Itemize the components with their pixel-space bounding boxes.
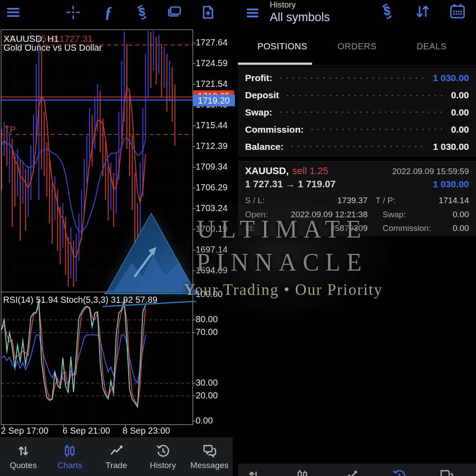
trade-line-icon [109,444,123,458]
time-tick-label: 8 Sep 23:00 [123,426,170,436]
open-value: 2022.09.09 12:21:38 [291,210,368,219]
summary-row: Deposit0.00 [245,87,469,104]
chart-pane: ƒ $ SELL 1.25 at 1727.31 XAUUSD, H1 Gold… [0,0,238,476]
chart-subtitle: Gold Ounce vs US Dollar [4,43,102,53]
history-clock-icon [392,469,406,476]
oscillator-tick-label: 20.00 [196,390,218,401]
summary-row: Balance:1 030.00 [245,138,469,155]
price-tick-label: 1709.34 [196,162,227,172]
indicator-title: RSI(14) 51.94 Stoch(5,3,3) 31.92 57.89 [3,295,157,305]
header-subtitle[interactable]: All symbols [270,11,330,24]
function-icon[interactable]: ƒ [99,3,118,22]
quotes-arrows-icon [16,444,30,458]
tab-positions[interactable]: POSITIONS [245,41,320,52]
commission-value: 0.00 [453,223,469,233]
position-card[interactable]: XAUUSD, sell 1.25 2022.09.09 15:59:59 1 … [238,162,476,236]
position-symbol: XAUUSD, [245,165,289,177]
chart-toolbar: ƒ $ [0,0,238,25]
nav-item-label: Charts [57,461,82,470]
time-tick-label: 2 Sep 17:00 [1,426,48,436]
price-tick-label: 1700.19 [196,224,227,234]
menu-icon[interactable] [4,3,23,22]
history-header: History All symbols $ [238,0,476,29]
summary-row: Profit:1 030.00 [245,70,469,87]
history-tabs: POSITIONSORDERSDEALS [238,35,476,66]
open-label: Open: [245,210,268,219]
nav-item-label: Trade [106,461,127,470]
dotted-leader [309,128,446,130]
section-divider [238,157,476,162]
oscillator-tick-label: 100.00 [196,289,223,299]
new-order-icon[interactable] [198,3,218,22]
dotted-leader [278,111,446,113]
nav-item-trade[interactable] [344,469,358,476]
summary-label: Balance: [245,141,284,152]
price-tick-label: 1697.14 [196,245,227,255]
nav-item-history[interactable] [392,469,406,476]
dotted-leader [289,145,428,148]
position-close-time: 2022.09.09 15:59:59 [392,167,469,176]
summary-value: 1 030.00 [433,73,469,83]
summary-label: Swap: [245,107,272,118]
nav-item-label: Quotes [10,461,37,470]
candles-icon [295,469,309,476]
history-clock-icon [156,444,170,458]
tp-label: T / P: [376,196,395,205]
summary-label: Commission: [245,124,304,135]
price-tick-label: 1721.54 [196,79,227,89]
messages-icon [202,444,216,458]
nav-item-quotes[interactable]: Quotes [1,444,45,470]
tab-deals[interactable]: DEALS [394,41,469,52]
metatrader-split-screenshot: ƒ $ SELL 1.25 at 1727.31 XAUUSD, H1 Gold… [0,0,476,476]
summary-row: Swap:0.00 [245,104,469,121]
oscillator-tick-label: 80.00 [196,314,218,324]
position-prices: 1 727.31 → 1 719.07 [245,178,336,190]
id-value: #5879309 [330,223,368,233]
trade-dollar-icon[interactable]: $ [378,3,396,20]
oscillator-tick-label: 0.00 [196,416,213,426]
nav-item-charts[interactable] [295,469,309,476]
account-summary: Profit:1 030.00Deposit0.00Swap:0.00Commi… [238,67,476,157]
summary-label: Deposit [245,90,279,100]
tp-line-label: TP [4,125,16,135]
bottom-nav-partial [238,464,476,476]
summary-value: 0.00 [451,90,469,100]
nav-item-quotes[interactable] [247,469,261,476]
nav-item-label: History [150,461,176,470]
price-tick-label: 1706.29 [196,182,227,193]
sl-label: S / L: [245,196,264,205]
price-tick-label: 1727.64 [196,37,227,48]
swap-label: Swap: [383,210,406,219]
sort-arrows-icon[interactable] [413,3,431,20]
nav-item-history[interactable]: History [141,444,185,470]
summary-value: 0.00 [451,107,469,118]
menu-icon[interactable] [245,5,260,20]
nav-item-messages[interactable] [439,469,454,476]
price-tick-label: 1724.59 [196,58,227,68]
price-tick-label: 1703.24 [196,203,227,213]
dotted-leader [284,94,446,97]
active-tab-underline [238,63,312,65]
nav-item-trade[interactable]: Trade [94,444,138,470]
position-profit: 1 030.00 [433,179,469,190]
id-label: Id: [245,223,254,233]
price-tick-label: 1712.39 [196,141,227,151]
tab-orders[interactable]: ORDERS [320,41,394,52]
quotes-arrows-icon [247,469,261,476]
calendar-icon[interactable] [449,3,466,20]
windows-icon[interactable] [165,3,184,22]
tp-value: 1714.14 [439,196,469,205]
sl-value: 1739.37 [337,196,368,205]
bottom-nav: QuotesChartsTradeHistoryMessages [0,437,233,476]
history-pane: History All symbols $ POSITIONSORDERSDEA… [238,0,476,476]
price-tick-label: 1694.09 [196,265,227,275]
dotted-leader [278,77,428,79]
trade-dollar-icon[interactable]: $ [132,3,152,22]
swap-value: 0.00 [453,210,469,219]
nav-item-messages[interactable]: Messages [187,444,231,470]
crosshair-icon[interactable] [63,3,83,22]
summary-value: 0.00 [451,124,469,135]
nav-item-label: Messages [190,461,229,470]
nav-item-charts[interactable]: Charts [48,444,92,470]
header-title: History [270,0,296,10]
